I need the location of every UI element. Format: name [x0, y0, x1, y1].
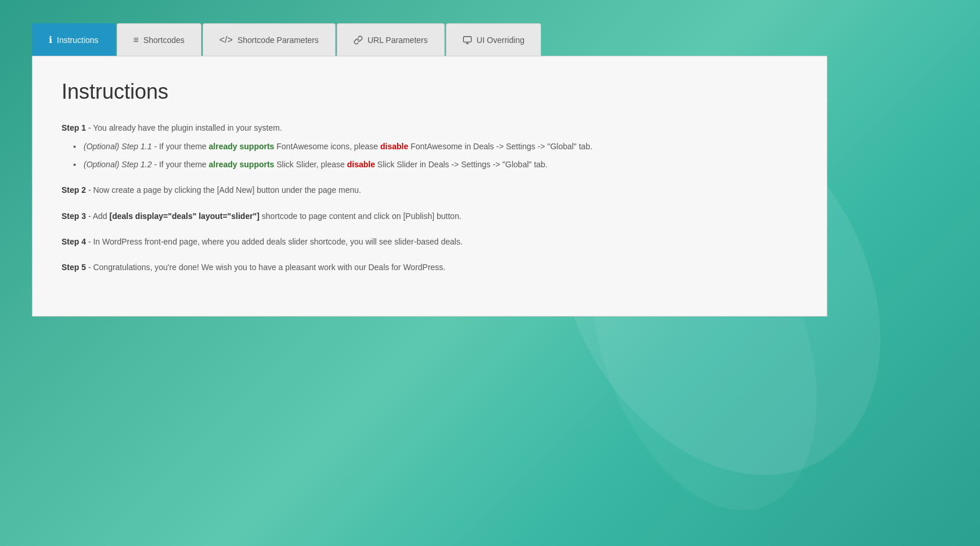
step-1-label: Step 1	[62, 123, 86, 132]
step-3-block: Step 3 - Add [deals display="deals" layo…	[62, 210, 798, 222]
step-3-text-after: shortcode to page content and click on […	[260, 211, 462, 221]
link-icon	[354, 35, 363, 45]
step-4-label: Step 4	[62, 237, 86, 246]
bullet-1-2-prefix: (Optional) Step 1.2	[84, 160, 152, 169]
step-5-text: - Congratulations, you're done! We wish …	[86, 263, 445, 272]
step-2-text: - Now create a page by clicking the [Add…	[86, 185, 361, 195]
step-1-text: - You already have the plugin installed …	[86, 123, 282, 132]
main-container: ℹ Instructions ≡ Shortcodes </> Shortcod…	[32, 23, 827, 317]
step-5-block: Step 5 - Congratulations, you're done! W…	[62, 261, 798, 274]
bullet-1-2-bold-green: already supports	[209, 160, 275, 169]
svg-rect-0	[463, 37, 471, 42]
step-3-shortcode: [deals display="deals" layout="slider"]	[109, 211, 259, 221]
tab-url-parameters-label: URL Parameters	[368, 35, 428, 45]
tab-ui-overriding-label: UI Overriding	[477, 35, 524, 45]
step-1-block: Step 1 - You already have the plugin ins…	[62, 121, 798, 171]
bullet-1-2-after: Slick Slider, please	[274, 160, 347, 169]
bullet-1-2: (Optional) Step 1.2 - If your theme alre…	[73, 158, 798, 171]
bullet-1-1-prefix: (Optional) Step 1.1	[84, 142, 152, 151]
step-4-block: Step 4 - In WordPress front-end page, wh…	[62, 235, 798, 248]
step-2-label: Step 2	[62, 185, 86, 195]
step-4-text: - In WordPress front-end page, where you…	[86, 237, 463, 246]
bullet-1-1: (Optional) Step 1.1 - If your theme alre…	[73, 140, 798, 153]
bullet-1-1-end: FontAwesome in Deals -> Settings -> "Glo…	[408, 142, 592, 151]
tab-instructions[interactable]: ℹ Instructions	[32, 23, 116, 56]
content-panel: Instructions Step 1 - You already have t…	[32, 56, 827, 317]
list-icon: ≡	[134, 35, 139, 45]
tab-ui-overriding[interactable]: UI Overriding	[446, 23, 541, 56]
bullet-1-2-disable: disable	[347, 160, 375, 169]
tab-url-parameters[interactable]: URL Parameters	[337, 23, 445, 56]
tab-shortcodes-label: Shortcodes	[143, 35, 185, 45]
bullet-1-2-before: - If your theme	[152, 160, 209, 169]
step-2-block: Step 2 - Now create a page by clicking t…	[62, 184, 798, 196]
tab-shortcodes[interactable]: ≡ Shortcodes	[117, 23, 201, 56]
step-3-text-before: - Add	[86, 211, 109, 221]
step-5-label: Step 5	[62, 263, 86, 272]
tabs-navigation: ℹ Instructions ≡ Shortcodes </> Shortcod…	[32, 23, 827, 56]
info-icon: ℹ	[49, 34, 52, 45]
bullet-1-1-after: FontAwesome icons, please	[274, 142, 380, 151]
bullet-1-1-before: - If your theme	[152, 142, 209, 151]
tab-shortcode-parameters-label: Shortcode Parameters	[237, 35, 319, 45]
page-title: Instructions	[62, 80, 798, 104]
step-3-label: Step 3	[62, 211, 86, 221]
bullet-1-1-disable: disable	[380, 142, 408, 151]
tab-instructions-label: Instructions	[57, 35, 99, 45]
gear-icon	[463, 35, 472, 45]
bullet-1-1-bold-green: already supports	[209, 142, 275, 151]
step-1-bullets: (Optional) Step 1.1 - If your theme alre…	[73, 140, 798, 171]
tab-shortcode-parameters[interactable]: </> Shortcode Parameters	[203, 23, 336, 56]
code-icon: </>	[219, 35, 233, 45]
bullet-1-2-end: Slick Slider in Deals -> Settings -> "Gl…	[375, 160, 547, 169]
